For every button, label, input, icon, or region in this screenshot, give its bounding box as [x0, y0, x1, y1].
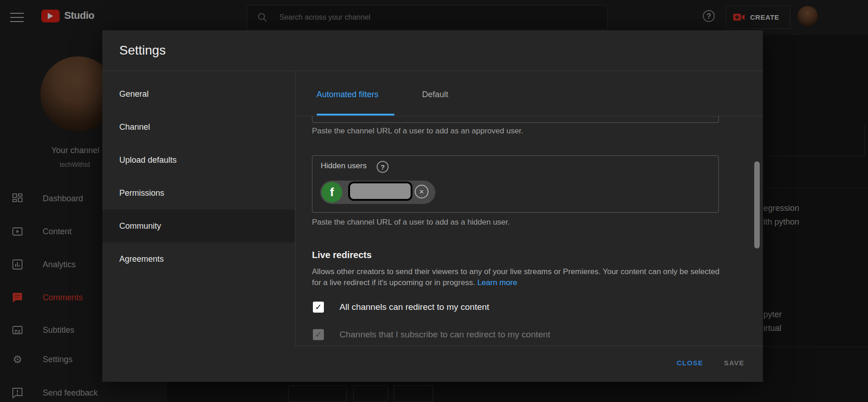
learn-more-link[interactable]: Learn more	[477, 278, 517, 287]
dialog-nav-general[interactable]: General	[102, 77, 295, 110]
dialog-nav-agreements[interactable]: Agreements	[102, 242, 295, 275]
tab-default[interactable]: Default	[422, 90, 448, 110]
dialog-nav-divider	[295, 71, 295, 346]
live-redirects-description: Allows other creators to send their view…	[312, 266, 721, 288]
dialog-nav-label: Upload defaults	[119, 155, 177, 165]
chip-avatar: f	[322, 182, 342, 203]
chip-name-redaction	[348, 182, 412, 201]
dialog-title: Settings	[119, 43, 166, 58]
youtube-studio-app: Studio ? CREATE Your channel techWithId	[0, 0, 868, 402]
dialog-nav-label: General	[119, 89, 149, 99]
dialog-nav-label: Community	[119, 221, 161, 231]
checkbox-label: Channels that I subscribe to can redirec…	[339, 330, 550, 340]
dialog-nav-permissions[interactable]: Permissions	[102, 176, 295, 209]
dialog-nav-label: Channel	[119, 122, 150, 132]
tab-label: Default	[422, 90, 448, 99]
save-button: SAVE	[724, 359, 745, 367]
live-redirects-title: Live redirects	[312, 250, 372, 260]
tab-automated-filters[interactable]: Automated filters	[317, 90, 378, 110]
hidden-users-label: Hidden users	[321, 161, 367, 171]
dialog-footer-divider	[295, 346, 763, 346]
redirect-all-channels-checkbox[interactable]: ✓	[313, 302, 324, 313]
close-button[interactable]: CLOSE	[677, 359, 703, 367]
dialog-nav-label: Permissions	[119, 188, 164, 198]
settings-dialog: Settings General Channel Upload defaults…	[102, 30, 763, 382]
hidden-users-hint: Paste the channel URL of a user to add a…	[312, 218, 510, 227]
dialog-nav-community[interactable]: Community	[102, 209, 295, 242]
redirect-all-channels-row: ✓ All channels can redirect to my conten…	[313, 302, 489, 313]
hidden-users-input-box[interactable]: Hidden users ? f ✕	[312, 155, 719, 213]
approved-users-input-box[interactable]	[312, 116, 719, 123]
hidden-users-help-icon[interactable]: ?	[377, 161, 389, 173]
dialog-nav-label: Agreements	[119, 254, 164, 264]
chip-remove-icon[interactable]: ✕	[415, 185, 428, 198]
redirect-subscribed-channels-row: ✓ Channels that I subscribe to can redir…	[313, 329, 550, 340]
active-tab-underline	[317, 114, 395, 116]
dialog-header-divider	[102, 71, 763, 71]
hidden-user-chip[interactable]: f ✕	[320, 181, 435, 204]
redirect-subscribed-channels-checkbox: ✓	[313, 329, 324, 340]
dialog-nav-channel[interactable]: Channel	[102, 110, 295, 143]
tab-label: Automated filters	[317, 90, 378, 99]
dialog-nav-upload-defaults[interactable]: Upload defaults	[102, 143, 295, 176]
approved-users-hint: Paste the channel URL of a user to add a…	[312, 127, 523, 136]
checkbox-label: All channels can redirect to my content	[339, 302, 489, 312]
dialog-scrollbar-thumb[interactable]	[754, 161, 760, 248]
